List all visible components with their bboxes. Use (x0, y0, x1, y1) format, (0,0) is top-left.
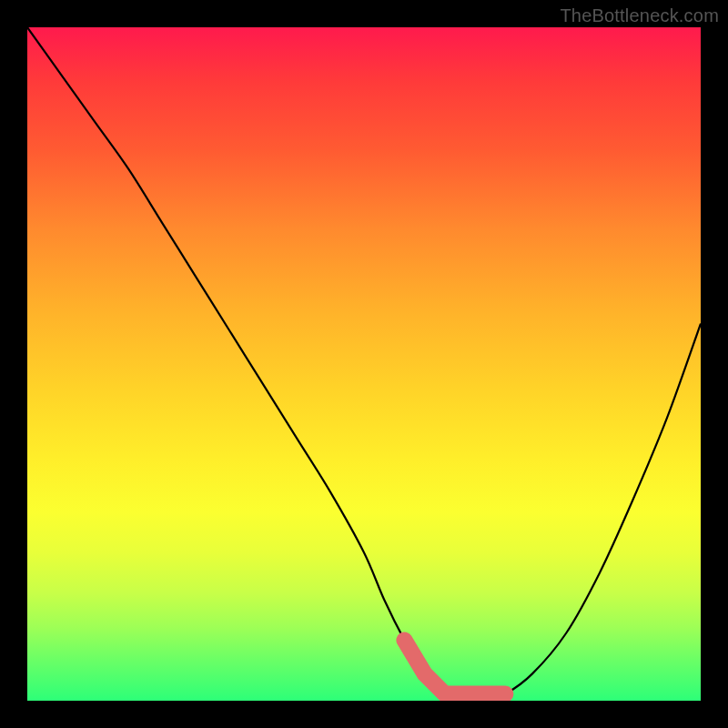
chart-frame: TheBottleneck.com line (0, 0, 728, 728)
bottleneck-curve (27, 27, 701, 701)
plot-area (27, 27, 701, 701)
watermark-text: TheBottleneck.com (560, 5, 719, 26)
trough-marker (404, 640, 505, 693)
curve-layer (27, 27, 701, 701)
